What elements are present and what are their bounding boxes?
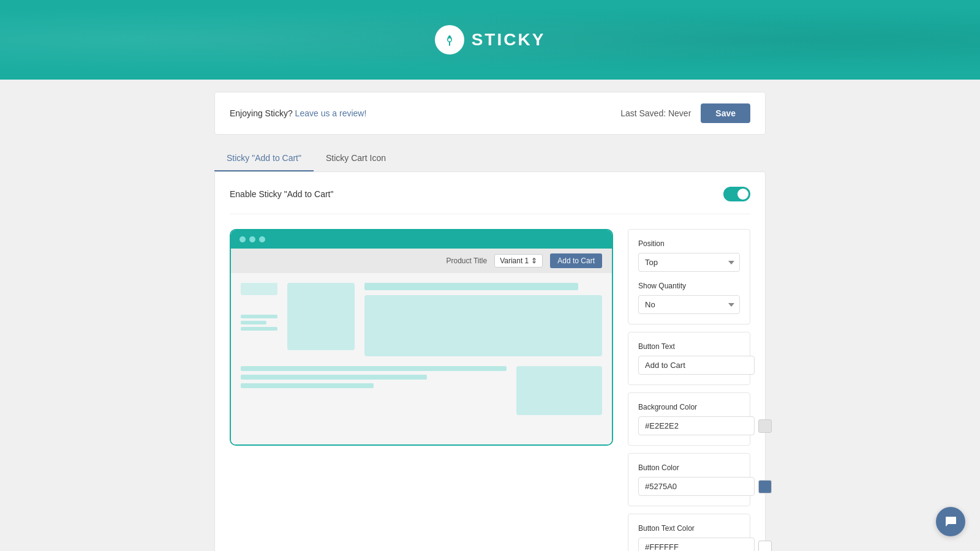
- mockup-line-3: [241, 327, 277, 331]
- browser-dot-2: [249, 236, 255, 242]
- button-color-input[interactable]: [638, 477, 755, 496]
- header: STICKY: [0, 0, 980, 80]
- mockup-bottom-right: [516, 366, 602, 415]
- button-text-card: Button Text: [628, 332, 750, 385]
- save-button[interactable]: Save: [701, 103, 750, 123]
- position-label: Position: [638, 239, 740, 248]
- button-text-color-label: Button Text Color: [638, 524, 740, 533]
- mockup-sidebar: [241, 283, 277, 356]
- sticky-bar: Product Title Variant 1 ⇕ Add to Cart: [231, 249, 612, 273]
- review-link[interactable]: Leave us a review!: [295, 108, 367, 118]
- top-bar: Enjoying Sticky? Leave us a review! Last…: [214, 92, 766, 135]
- mockup-title-line: [364, 283, 578, 290]
- chat-button[interactable]: [936, 507, 965, 536]
- logo-text: STICKY: [472, 30, 546, 50]
- position-select[interactable]: Top Bottom: [638, 253, 740, 272]
- mockup-sidebar-lines: [241, 315, 277, 331]
- enable-label: Enable Sticky "Add to Cart": [230, 189, 333, 199]
- main-panel: Enable Sticky "Add to Cart" Product Titl…: [214, 171, 766, 551]
- chat-icon: [944, 515, 957, 528]
- page-mockup: [231, 273, 612, 366]
- background-color-row: [638, 416, 740, 435]
- mockup-line-1: [241, 315, 277, 318]
- mockup-main: [287, 283, 602, 356]
- tab-sticky-cart-icon[interactable]: Sticky Cart Icon: [314, 147, 398, 171]
- mockup-line-2: [241, 321, 266, 324]
- button-text-color-card: Button Text Color: [628, 514, 750, 551]
- browser-dot-1: [239, 236, 246, 242]
- settings-panel: Position Top Bottom Show Quantity No Yes: [628, 229, 750, 551]
- show-quantity-select[interactable]: No Yes: [638, 295, 740, 314]
- mockup-b-line-2: [241, 375, 427, 380]
- browser-preview: Product Title Variant 1 ⇕ Add to Cart: [230, 229, 613, 446]
- svg-point-2: [448, 39, 451, 42]
- position-card: Position Top Bottom Show Quantity No Yes: [628, 229, 750, 324]
- background-color-input[interactable]: [638, 416, 755, 435]
- button-text-input[interactable]: [638, 356, 755, 375]
- mockup-bottom-left: [241, 366, 507, 415]
- mockup-product-image: [287, 283, 355, 350]
- button-text-color-row: [638, 538, 740, 551]
- tab-sticky-add-to-cart[interactable]: Sticky "Add to Cart": [214, 147, 314, 171]
- button-color-row: [638, 477, 740, 496]
- logo: STICKY: [435, 25, 546, 54]
- sticky-variant: Variant 1 ⇕: [494, 254, 543, 268]
- button-text-color-input[interactable]: [638, 538, 755, 551]
- background-color-label: Background Color: [638, 403, 740, 411]
- button-text-color-swatch[interactable]: [758, 541, 772, 552]
- enable-row: Enable Sticky "Add to Cart": [230, 187, 750, 214]
- browser-dot-3: [259, 236, 265, 242]
- button-color-swatch[interactable]: [758, 480, 772, 493]
- mockup-b-line-3: [241, 383, 374, 388]
- mockup-sidebar-box: [241, 283, 277, 295]
- mockup-bottom: [231, 366, 612, 425]
- background-color-swatch[interactable]: [758, 419, 772, 433]
- mockup-right: [364, 283, 602, 356]
- button-color-card: Button Color: [628, 453, 750, 506]
- tabs: Sticky "Add to Cart" Sticky Cart Icon: [214, 147, 766, 171]
- enable-toggle[interactable]: [723, 187, 750, 201]
- topbar-left: Enjoying Sticky? Leave us a review!: [230, 108, 366, 118]
- button-text-label: Button Text: [638, 342, 740, 351]
- editor-area: Product Title Variant 1 ⇕ Add to Cart: [230, 229, 750, 551]
- sticky-product-title: Product Title: [446, 257, 487, 265]
- button-color-label: Button Color: [638, 463, 740, 472]
- browser-content: Product Title Variant 1 ⇕ Add to Cart: [231, 249, 612, 444]
- enjoying-text: Enjoying Sticky?: [230, 108, 293, 118]
- background-color-card: Background Color: [628, 392, 750, 446]
- mockup-main-box: [364, 295, 602, 356]
- topbar-right: Last Saved: Never Save: [620, 103, 750, 123]
- main-content: Enjoying Sticky? Leave us a review! Last…: [214, 80, 766, 551]
- show-quantity-label: Show Quantity: [638, 282, 740, 290]
- mockup-b-line-1: [241, 366, 507, 371]
- sticky-add-to-cart-btn[interactable]: Add to Cart: [550, 253, 602, 268]
- browser-titlebar: [231, 230, 612, 249]
- logo-icon: [435, 25, 464, 54]
- last-saved: Last Saved: Never: [620, 108, 691, 118]
